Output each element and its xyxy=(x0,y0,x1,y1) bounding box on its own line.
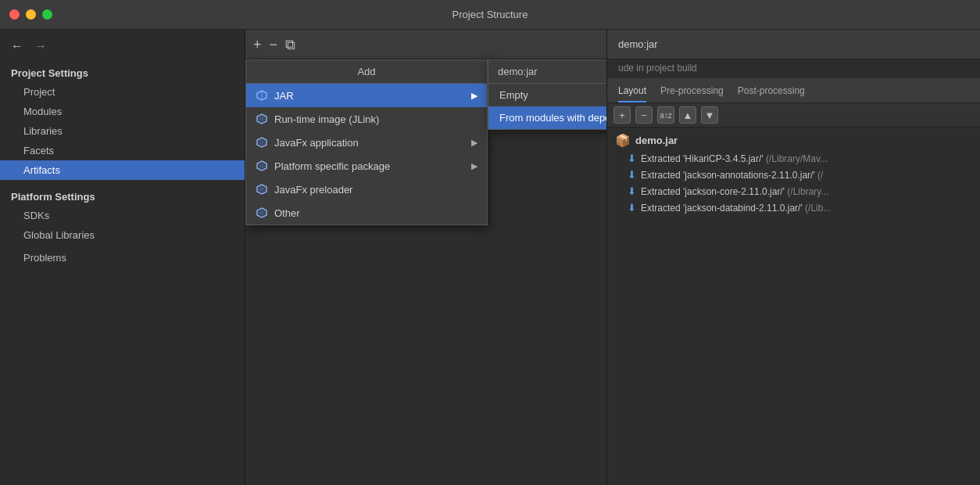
maximize-button[interactable] xyxy=(42,9,52,20)
tab-pre-processing[interactable]: Pre-processing xyxy=(660,85,724,102)
move-up-button[interactable]: ▲ xyxy=(679,106,696,124)
sidebar-item-libraries[interactable]: Libraries xyxy=(0,121,245,141)
extract-icon-hikaricp: ⬇ xyxy=(628,153,636,164)
platform-arrow: ▶ xyxy=(471,161,477,171)
runtime-label: Run-time image (JLink) xyxy=(274,113,379,125)
extract-icon-jackson-databind: ⬇ xyxy=(628,202,636,214)
right-panel-header: demo:jar xyxy=(607,30,980,59)
sidebar-item-global-libraries[interactable]: Global Libraries xyxy=(0,225,245,245)
right-tabs: Layout Pre-processing Post-processing xyxy=(607,78,980,103)
runtime-icon xyxy=(256,113,268,125)
add-menu-item-javafx[interactable]: JavaFx application ▶ xyxy=(246,131,487,154)
file-item-jackson-core[interactable]: ⬇ Extracted 'jackson-core-2.11.0.jar/' (… xyxy=(607,183,980,199)
platform-settings-section: Platform Settings SDKs Global Libraries xyxy=(0,186,245,245)
jackson-core-label: Extracted 'jackson-core-2.11.0.jar/' (/L… xyxy=(641,186,828,197)
remove-button[interactable]: − xyxy=(270,38,278,52)
jar-archive-icon: 📦 xyxy=(615,133,631,148)
window-title: Project Structure xyxy=(452,9,528,20)
nav-arrows: ← → xyxy=(0,36,245,63)
forward-arrow[interactable]: → xyxy=(34,39,47,53)
back-arrow[interactable]: ← xyxy=(11,39,23,53)
javafx-arrow: ▶ xyxy=(471,138,477,148)
project-settings-header: Project Settings xyxy=(0,63,245,82)
jar-icon xyxy=(256,89,268,102)
title-bar: Project Structure xyxy=(0,0,980,30)
copy-button[interactable]: ⧉ xyxy=(285,38,295,52)
add-menu: Add JAR ▶ Run-time image (JLink) xyxy=(245,59,488,225)
svg-marker-4 xyxy=(259,116,265,122)
right-content: 📦 demo.jar ⬇ Extracted 'HikariCP-3.4.5.j… xyxy=(607,128,980,485)
jar-arrow: ▶ xyxy=(471,91,477,101)
jar-label: JAR xyxy=(274,90,294,102)
toolbar: + − ⧉ xyxy=(245,30,606,59)
platform-label: Platform specific package xyxy=(274,160,390,172)
jar-from-modules-option[interactable]: From modules with dependencies... xyxy=(488,106,606,129)
other-icon xyxy=(256,207,268,219)
add-menu-item-jar[interactable]: JAR ▶ xyxy=(246,84,487,107)
sidebar-item-problems[interactable]: Problems xyxy=(0,248,245,268)
add-menu-item-platform[interactable]: Platform specific package ▶ xyxy=(246,154,487,178)
minimize-button[interactable] xyxy=(26,9,36,20)
file-item-jackson-annotations[interactable]: ⬇ Extracted 'jackson-annotations-2.11.0.… xyxy=(607,167,980,183)
add-menu-item-runtime[interactable]: Run-time image (JLink) xyxy=(246,107,487,131)
demo-jar-label: demo.jar xyxy=(635,135,678,146)
move-down-button[interactable]: ▼ xyxy=(701,106,718,124)
build-note: ude in project build xyxy=(607,59,980,78)
hikaricp-label: Extracted 'HikariCP-3.4.5.jar/' (/Librar… xyxy=(641,153,828,164)
jackson-annotations-label: Extracted 'jackson-annotations-2.11.0.ja… xyxy=(641,170,823,181)
right-panel: demo:jar ude in project build Layout Pre… xyxy=(606,30,980,485)
add-file-button[interactable]: + xyxy=(613,106,631,124)
javafx-label: JavaFx application xyxy=(274,137,359,149)
remove-file-button[interactable]: − xyxy=(635,106,653,124)
add-menu-header: Add xyxy=(246,60,487,84)
add-menu-item-other[interactable]: Other xyxy=(246,201,487,225)
jar-empty-option[interactable]: Empty xyxy=(488,84,606,106)
svg-marker-8 xyxy=(259,163,265,169)
jar-submenu: demo:jar Empty From modules with depende… xyxy=(488,59,606,130)
file-item-demo-jar[interactable]: 📦 demo.jar xyxy=(607,131,980,150)
preloader-icon xyxy=(256,183,268,196)
sort-button[interactable]: a↕z xyxy=(657,106,674,124)
jackson-databind-label: Extracted 'jackson-databind-2.11.0.jar/'… xyxy=(641,203,831,214)
main-layout: ← → Project Settings Project Modules Lib… xyxy=(0,30,980,485)
svg-marker-6 xyxy=(259,139,265,146)
sidebar-item-modules[interactable]: Modules xyxy=(0,102,245,121)
sidebar-item-artifacts[interactable]: Artifacts xyxy=(0,160,245,180)
traffic-lights xyxy=(9,9,52,20)
jar-submenu-header: demo:jar xyxy=(488,60,606,84)
svg-marker-10 xyxy=(259,186,265,192)
other-label: Other xyxy=(274,207,300,219)
sidebar-item-project[interactable]: Project xyxy=(0,82,245,102)
add-menu-item-preloader[interactable]: JavaFx preloader xyxy=(246,178,487,201)
right-toolbar: + − a↕z ▲ ▼ xyxy=(607,103,980,128)
tab-layout[interactable]: Layout xyxy=(618,85,646,102)
extract-icon-jackson-core: ⬇ xyxy=(628,185,636,197)
file-item-jackson-databind[interactable]: ⬇ Extracted 'jackson-databind-2.11.0.jar… xyxy=(607,199,980,216)
close-button[interactable] xyxy=(9,9,20,20)
tab-post-processing[interactable]: Post-processing xyxy=(738,85,805,102)
svg-marker-12 xyxy=(259,210,265,216)
sidebar-item-facets[interactable]: Facets xyxy=(0,141,245,160)
sidebar: ← → Project Settings Project Modules Lib… xyxy=(0,30,245,485)
preloader-label: JavaFx preloader xyxy=(274,184,352,196)
center-panel: + − ⧉ Add JAR ▶ xyxy=(245,30,606,485)
platform-settings-header: Platform Settings xyxy=(0,186,245,206)
platform-icon xyxy=(256,160,268,172)
javafx-icon xyxy=(256,136,268,149)
file-item-hikaricp[interactable]: ⬇ Extracted 'HikariCP-3.4.5.jar/' (/Libr… xyxy=(607,150,980,167)
sidebar-item-sdks[interactable]: SDKs xyxy=(0,206,245,225)
add-button[interactable]: + xyxy=(253,38,262,52)
extract-icon-jackson-annotations: ⬇ xyxy=(628,169,636,181)
